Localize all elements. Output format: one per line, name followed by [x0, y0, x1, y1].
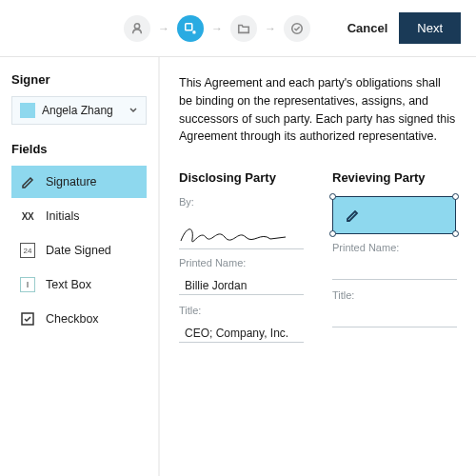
field-label: Text Box: [46, 278, 91, 291]
signature-icon: [345, 208, 360, 223]
step-recipients[interactable]: [124, 15, 150, 42]
printed-name-value: [332, 255, 457, 280]
signature-line: [179, 219, 304, 249]
printed-name-value: Billie Jordan: [179, 270, 304, 295]
signer-dropdown[interactable]: Angela Zhang: [11, 96, 147, 125]
disclosing-party: Disclosing Party By: Printed Name: Billi…: [179, 170, 304, 352]
fields-section-label: Fields: [11, 142, 147, 156]
signer-section-label: Signer: [11, 72, 147, 87]
document-canvas[interactable]: This Agreement and each party's obligati…: [158, 57, 476, 476]
step-indicator: → → →: [124, 15, 310, 42]
field-date-signed[interactable]: 24 Date Signed: [11, 234, 147, 267]
signer-color-swatch: [20, 103, 35, 118]
checkbox-icon: [19, 310, 36, 327]
field-label: Date Signed: [46, 244, 111, 257]
resize-handle-tr[interactable]: [452, 193, 459, 200]
arrow-icon: →: [158, 22, 169, 35]
title-label: Title:: [179, 305, 304, 316]
check-circle-icon: [290, 22, 304, 35]
printed-name-label: Printed Name:: [179, 257, 304, 268]
signature-scribble: [179, 220, 293, 248]
next-button[interactable]: Next: [399, 12, 461, 44]
signer-name: Angela Zhang: [42, 104, 122, 117]
top-bar: → → → Cancel Next: [0, 0, 476, 57]
party-title: Disclosing Party: [179, 170, 304, 185]
field-checkbox[interactable]: Checkbox: [11, 303, 147, 335]
top-actions: Cancel Next: [347, 12, 461, 44]
reviewing-party: Revieving Party Printed Name: Title:: [332, 170, 457, 352]
step-fields[interactable]: [177, 15, 204, 42]
step-done[interactable]: [284, 15, 310, 42]
title-label: Title:: [332, 289, 457, 301]
resize-handle-br[interactable]: [452, 230, 459, 237]
chevron-down-icon: [129, 106, 138, 115]
title-value: [332, 303, 457, 327]
resize-handle-tl[interactable]: [329, 193, 336, 200]
cancel-button[interactable]: Cancel: [347, 21, 388, 35]
fields-icon: [184, 22, 197, 35]
sidebar: Signer Angela Zhang Fields Signature XX …: [0, 57, 158, 476]
arrow-icon: →: [211, 22, 223, 35]
step-folder[interactable]: [230, 15, 257, 42]
party-title: Revieving Party: [332, 170, 457, 185]
field-label: Checkbox: [46, 312, 99, 326]
field-signature[interactable]: Signature: [11, 166, 147, 198]
textbox-icon: I: [19, 276, 36, 293]
initials-icon: XX: [19, 208, 36, 225]
title-value: CEO; Company, Inc.: [179, 318, 304, 343]
field-label: Initials: [46, 209, 79, 223]
by-label: By:: [179, 196, 194, 208]
placed-signature-field[interactable]: [332, 196, 456, 234]
field-text-box[interactable]: I Text Box: [11, 268, 147, 301]
printed-name-label: Printed Name:: [332, 242, 457, 253]
svg-point-0: [134, 23, 139, 28]
svg-rect-1: [186, 23, 192, 30]
person-icon: [130, 22, 144, 35]
date-icon: 24: [19, 242, 36, 259]
field-initials[interactable]: XX Initials: [11, 200, 147, 232]
folder-icon: [237, 22, 250, 35]
agreement-text: This Agreement and each party's obligati…: [179, 74, 457, 146]
arrow-icon: →: [265, 22, 276, 35]
field-label: Signature: [46, 175, 97, 188]
resize-handle-bl[interactable]: [329, 230, 336, 237]
signature-icon: [19, 173, 36, 190]
